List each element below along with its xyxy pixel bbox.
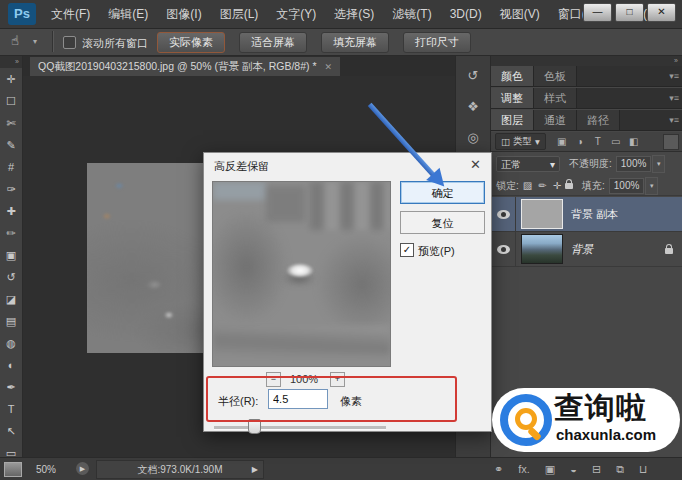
maximize-button[interactable]: □ [615, 3, 644, 22]
layer-name: 背景 [571, 242, 593, 257]
minimize-button[interactable]: — [583, 3, 612, 22]
filter-shape-layers-icon[interactable]: ▭ [608, 134, 624, 149]
clone-stamp-tool-icon[interactable]: ▣ [0, 244, 22, 266]
dialog-close-icon[interactable]: ✕ [470, 157, 481, 172]
blur-tool-icon[interactable]: ◍ [0, 332, 22, 354]
lock-all-icon[interactable] [565, 183, 573, 189]
menu-item[interactable]: 视图(V) [491, 6, 549, 23]
filter-preview[interactable] [212, 181, 391, 367]
layer-thumbnail[interactable] [522, 200, 562, 228]
filter-kind-dropdown[interactable]: ◫ 类型 ▾ [495, 133, 546, 150]
filter-icon-group: ▣◑T▭◧ [554, 134, 642, 149]
filter-toggle-button[interactable] [663, 134, 679, 150]
visibility-cell[interactable] [491, 197, 516, 231]
menu-item[interactable]: 图层(L) [211, 6, 268, 23]
menu-item[interactable]: 编辑(E) [99, 6, 157, 23]
type-tool-icon[interactable]: T [0, 398, 22, 420]
panel-menu-icon[interactable]: ▾≡ [669, 88, 682, 108]
tool-preset-dropdown-icon[interactable]: ▾ [33, 37, 37, 46]
pen-tool-icon[interactable]: ✒ [0, 376, 22, 398]
close-button[interactable]: ✕ [647, 3, 676, 22]
history-panel-icon[interactable]: ↺ [468, 68, 479, 83]
3d-panel-icon[interactable]: ❖ [467, 99, 479, 114]
history-brush-tool-icon[interactable]: ↺ [0, 266, 22, 288]
panel-menu-icon[interactable]: ▾≡ [669, 110, 682, 130]
properties-panel-icon[interactable]: ◎ [467, 130, 478, 145]
gradient-tool-icon[interactable]: ▤ [0, 310, 22, 332]
opacity-dropdown-icon[interactable]: ▾ [652, 155, 665, 173]
shape-tool-icon[interactable]: ▭ [0, 442, 22, 457]
logo-magnifier-icon [515, 408, 537, 430]
lasso-tool-icon[interactable]: ✄ [0, 112, 22, 134]
fill-value[interactable]: 100% [609, 178, 645, 194]
tab-layers[interactable]: 图层 [491, 110, 534, 130]
tools-collapse-icon[interactable]: » [0, 56, 22, 68]
lock-position-icon[interactable]: ✛ [553, 180, 561, 191]
document-tab[interactable]: QQ截图20190403215800.jpg @ 50% (背景 副本, RGB… [30, 57, 340, 76]
eraser-tool-icon[interactable]: ◪ [0, 288, 22, 310]
watermark-domain: chaxunla.com [556, 426, 656, 443]
layer-group-icon[interactable]: ⊟ [592, 462, 601, 476]
preview-checkbox[interactable]: ✓ [400, 243, 414, 257]
watermark-brand: 查询啦 [554, 388, 647, 429]
status-menu-icon[interactable]: ▶ [76, 462, 89, 475]
scroll-all-windows-checkbox[interactable] [63, 36, 76, 49]
marquee-tool-icon[interactable]: ☐ [0, 90, 22, 112]
view-button-3[interactable]: 填充屏幕 [321, 32, 389, 53]
tab-paths[interactable]: 路径 [577, 110, 620, 130]
filter-smart-objects-icon[interactable]: ◧ [626, 134, 642, 149]
quick-selection-tool-icon[interactable]: ✎ [0, 134, 22, 156]
document-info[interactable]: 文档:973.0K/1.90M ▶ [96, 460, 264, 479]
panels-collapse-icon[interactable]: » [491, 56, 682, 66]
tab-channels[interactable]: 通道 [534, 110, 577, 130]
menu-item[interactable]: 滤镜(T) [383, 6, 440, 23]
filter-adjustment-layers-icon[interactable]: ◑ [572, 134, 588, 149]
path-selection-tool-icon[interactable]: ↖ [0, 420, 22, 442]
view-button-2[interactable]: 适合屏幕 [239, 32, 307, 53]
blend-mode-select[interactable]: 正常 ▾ [496, 156, 560, 172]
fill-label: 填充: [582, 179, 605, 193]
layer-row-background[interactable]: 背景 [491, 232, 682, 267]
tab-styles[interactable]: 样式 [534, 88, 577, 108]
link-layers-icon[interactable]: ⚭ [494, 462, 503, 476]
eye-icon[interactable] [497, 210, 510, 219]
opacity-value[interactable]: 100% [616, 156, 652, 172]
tab-adjustments[interactable]: 调整 [491, 88, 534, 108]
layer-thumbnail[interactable] [522, 235, 562, 263]
layer-row-background-copy[interactable]: 背景 副本 [491, 197, 682, 232]
reset-button[interactable]: 复位 [400, 211, 485, 234]
layer-style-icon[interactable]: fx. [518, 462, 530, 476]
filter-type-layers-icon[interactable]: T [590, 134, 606, 149]
menu-item[interactable]: 选择(S) [325, 6, 383, 23]
menu-item[interactable]: 文字(Y) [267, 6, 325, 23]
menu-item[interactable]: 图像(I) [157, 6, 210, 23]
lock-pixels-icon[interactable]: ✏ [538, 180, 546, 191]
eyedropper-tool-icon[interactable]: ✑ [0, 178, 22, 200]
lock-transparency-icon[interactable]: ▨ [523, 180, 532, 191]
crop-tool-icon[interactable]: # [0, 156, 22, 178]
add-mask-icon[interactable]: ▣ [545, 462, 555, 476]
zoom-percentage[interactable]: 50% [36, 464, 56, 475]
tab-color[interactable]: 颜色 [491, 66, 534, 86]
dodge-tool-icon[interactable]: ◐ [0, 354, 22, 376]
fill-dropdown-icon[interactable]: ▾ [645, 177, 658, 195]
new-layer-icon[interactable]: ⧉ [616, 462, 624, 476]
radius-slider-track[interactable] [214, 426, 386, 430]
view-button-4[interactable]: 打印尺寸 [403, 32, 471, 53]
panel-menu-icon[interactable]: ▾≡ [669, 66, 682, 86]
brush-tool-icon[interactable]: ✏ [0, 222, 22, 244]
menu-item[interactable]: 3D(D) [441, 7, 491, 21]
delete-layer-icon[interactable]: ⊔ [639, 462, 648, 476]
eye-icon[interactable] [497, 245, 510, 254]
tab-swatches[interactable]: 色板 [534, 66, 577, 86]
adjustment-layer-icon[interactable]: ◒ [570, 462, 577, 476]
status-expand-icon[interactable]: ▶ [252, 461, 258, 478]
view-button-1[interactable]: 实际像素 [157, 32, 225, 53]
hand-tool-icon[interactable]: ☝ [11, 33, 19, 48]
filter-pixel-layers-icon[interactable]: ▣ [554, 134, 570, 149]
move-tool-icon[interactable]: ✛ [0, 68, 22, 90]
healing-brush-tool-icon[interactable]: ✚ [0, 200, 22, 222]
menu-item[interactable]: 文件(F) [42, 6, 99, 23]
document-close-icon[interactable]: ✕ [325, 62, 333, 72]
visibility-cell[interactable] [491, 232, 516, 266]
